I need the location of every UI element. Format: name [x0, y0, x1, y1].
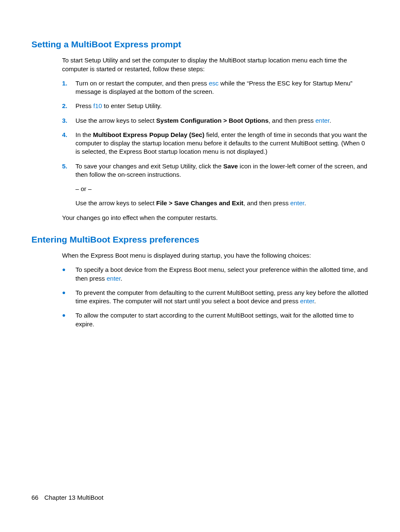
step-4: 4. In the Multiboot Express Popup Delay … [62, 131, 369, 156]
section1-outro: Your changes go into effect when the com… [62, 214, 369, 222]
step-number: 5. [62, 162, 75, 208]
step-5: 5. To save your changes and exit Setup U… [62, 162, 369, 208]
key-enter: enter [290, 199, 304, 207]
key-enter: enter [300, 297, 314, 305]
steps-list: 1. Turn on or restart the computer, and … [62, 79, 369, 208]
section2-intro: When the Express Boot menu is displayed … [62, 251, 369, 260]
key-enter: enter [315, 117, 329, 124]
menu-path: File > Save Changes and Exit [156, 199, 244, 207]
step-text: In the Multiboot Express Popup Delay (Se… [75, 131, 369, 156]
step-text: Use the arrow keys to select System Conf… [75, 116, 369, 125]
heading-entering-preferences: Entering MultiBoot Express preferences [31, 234, 369, 245]
bullet-list: ● To specify a boot device from the Expr… [62, 266, 369, 328]
key-f10: f10 [94, 102, 102, 109]
key-esc: esc [209, 80, 218, 87]
step-text: To save your changes and exit Setup Util… [75, 162, 369, 208]
or-separator: – or – [75, 185, 369, 193]
page-footer: 66Chapter 13 MultiBoot [31, 493, 104, 502]
step-text: Press f10 to enter Setup Utility. [75, 102, 369, 110]
section2-body: When the Express Boot menu is displayed … [62, 251, 369, 328]
step-number: 4. [62, 131, 75, 156]
list-item: ● To allow the computer to start accordi… [62, 311, 369, 328]
menu-path: System Configuration > Boot Options [156, 117, 269, 124]
step-3: 3. Use the arrow keys to select System C… [62, 116, 369, 125]
heading-setting-multiboot: Setting a MultiBoot Express prompt [31, 39, 369, 50]
step-2: 2. Press f10 to enter Setup Utility. [62, 102, 369, 110]
key-enter: enter [106, 275, 120, 282]
page-number: 66 [31, 494, 39, 501]
save-icon-label: Save [223, 163, 238, 170]
page-content: Setting a MultiBoot Express prompt To st… [0, 0, 400, 328]
section1-intro: To start Setup Utility and set the compu… [62, 56, 369, 73]
bullet-text: To prevent the computer from defaulting … [75, 289, 369, 306]
step-number: 2. [62, 102, 75, 110]
step-number: 3. [62, 116, 75, 125]
step-text: Turn on or restart the computer, and the… [75, 79, 369, 96]
chapter-label: Chapter 13 MultiBoot [44, 494, 104, 501]
step-1: 1. Turn on or restart the computer, and … [62, 79, 369, 96]
bullet-icon: ● [62, 266, 75, 283]
bullet-text: To specify a boot device from the Expres… [75, 266, 369, 283]
field-name: Multiboot Express Popup Delay (Sec) [93, 131, 205, 138]
bullet-text: To allow the computer to start according… [75, 311, 369, 328]
step-number: 1. [62, 79, 75, 96]
bullet-icon: ● [62, 311, 75, 328]
list-item: ● To specify a boot device from the Expr… [62, 266, 369, 283]
list-item: ● To prevent the computer from defaultin… [62, 289, 369, 306]
bullet-icon: ● [62, 289, 75, 306]
section1-body: To start Setup Utility and set the compu… [62, 56, 369, 222]
